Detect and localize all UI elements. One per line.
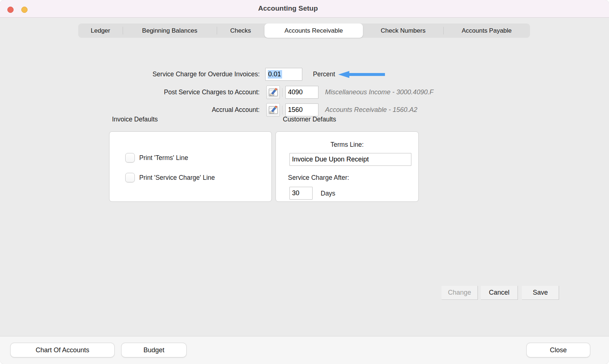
invoice-defaults-title: Invoice Defaults	[112, 116, 158, 123]
post-account-lookup-button[interactable]	[266, 85, 280, 99]
save-button[interactable]: Save	[522, 286, 559, 300]
accounting-setup-window: Accounting Setup Ledger Beginning Balanc…	[0, 0, 609, 364]
accrual-account-description: Accounts Receivable - 1560.A2	[325, 106, 417, 114]
print-terms-line-checkbox[interactable]	[125, 153, 135, 163]
service-charge-selected-text: 0.01	[268, 70, 282, 79]
close-button[interactable]: Close	[526, 343, 590, 357]
divider	[282, 106, 282, 114]
divider	[282, 88, 282, 97]
customer-defaults-title: Customer Defaults	[283, 116, 336, 123]
window-title: Accounting Setup	[258, 4, 318, 12]
service-charge-input[interactable]: 0.01	[265, 68, 302, 81]
edit-form-pencil-icon	[268, 87, 278, 98]
minimize-window-icon[interactable]	[21, 7, 28, 13]
percent-label: Percent	[313, 70, 335, 78]
print-terms-line-label: Print 'Terms' Line	[139, 154, 188, 162]
change-button[interactable]: Change	[442, 286, 478, 300]
service-charge-after-days-input[interactable]	[289, 187, 313, 200]
customer-defaults-box: Terms Line: Service Charge After: Days	[275, 131, 419, 202]
accrual-account-number-input[interactable]	[285, 103, 318, 116]
record-action-buttons: Change Cancel Save	[442, 286, 559, 300]
close-window-icon[interactable]	[7, 7, 14, 13]
days-label: Days	[321, 190, 335, 197]
invoice-defaults-box: Print 'Terms' Line Print 'Service Charge…	[109, 131, 272, 202]
title-bar: Accounting Setup	[0, 0, 609, 18]
window-footer: Chart Of Accounts Budget Close	[0, 336, 609, 364]
post-account-label: Post Service Charges to Account:	[0, 88, 260, 96]
left-arrow-icon	[338, 69, 385, 80]
print-service-charge-line-label: Print 'Service Charge' Line	[139, 174, 215, 182]
service-charge-label: Service Charge for Overdue Invoices:	[0, 70, 260, 78]
chart-of-accounts-button[interactable]: Chart Of Accounts	[10, 343, 115, 357]
terms-line-input[interactable]	[289, 153, 411, 166]
terms-line-label: Terms Line:	[276, 141, 418, 149]
accrual-account-label: Accrual Account:	[0, 106, 260, 114]
service-charge-after-label: Service Charge After:	[288, 174, 349, 182]
tab-panel-accounts-receivable: Service Charge for Overdue Invoices: 0.0…	[0, 18, 609, 336]
budget-button[interactable]: Budget	[121, 343, 187, 357]
post-account-description: Miscellaneous Income - 3000.4090.F	[325, 88, 433, 96]
print-service-charge-line-checkbox[interactable]	[125, 173, 135, 182]
post-account-number-input[interactable]	[285, 86, 318, 99]
edit-form-pencil-icon	[268, 105, 278, 115]
accrual-account-lookup-button[interactable]	[266, 103, 280, 117]
cancel-button[interactable]: Cancel	[481, 286, 518, 300]
